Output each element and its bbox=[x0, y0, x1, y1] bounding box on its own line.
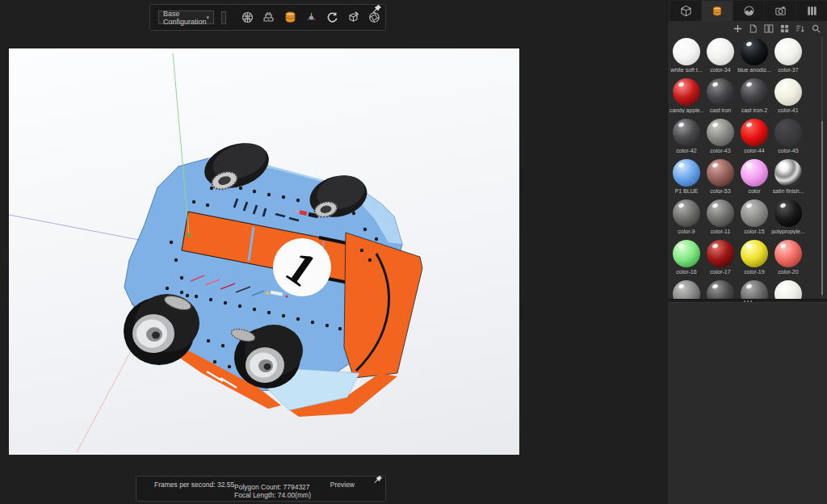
appearance-swatch[interactable]: color-41 bbox=[771, 76, 805, 116]
appearance-swatch[interactable]: color bbox=[737, 157, 771, 197]
menu-icon[interactable] bbox=[221, 11, 226, 24]
swatch-label: white soft t... bbox=[670, 67, 702, 73]
configuration-dropdown[interactable]: Base Configuration ▾ bbox=[158, 10, 214, 24]
swatch-label: P1 BLUE bbox=[675, 188, 699, 194]
swatch-label: candy apple... bbox=[670, 107, 703, 113]
split-view-icon[interactable] bbox=[764, 24, 774, 33]
appearance-swatch[interactable]: color-15 bbox=[737, 197, 771, 237]
library-tab-bar bbox=[668, 0, 827, 21]
appearance-swatch[interactable]: white soft t... bbox=[670, 36, 703, 76]
appearance-swatch[interactable]: color-43 bbox=[703, 116, 737, 157]
material-sphere bbox=[673, 240, 700, 267]
swatch-label: color-20 bbox=[778, 269, 798, 275]
turntable-barrel-icon[interactable] bbox=[283, 10, 297, 25]
barrel-icon bbox=[711, 5, 724, 18]
chevron-down-icon: ▾ bbox=[207, 15, 210, 21]
appearance-swatch[interactable]: color-19 bbox=[737, 237, 771, 278]
swatch-label: color-42 bbox=[676, 148, 696, 153]
appearance-swatch[interactable]: color-9 bbox=[670, 197, 703, 237]
appearance-swatch[interactable] bbox=[703, 278, 737, 299]
swatch-label: color-34 bbox=[710, 67, 730, 73]
appearance-swatch[interactable]: cast iron-2 bbox=[737, 76, 771, 116]
material-sphere bbox=[673, 38, 700, 65]
appearance-swatch[interactable] bbox=[670, 278, 703, 299]
appearance-swatch[interactable]: color-37 bbox=[771, 36, 805, 76]
polygon-count: Polygon Count: 7794327 bbox=[234, 483, 311, 491]
appearance-swatch[interactable]: color-16 bbox=[670, 237, 703, 278]
appearance-swatch[interactable]: cast iron bbox=[703, 76, 737, 116]
material-sphere bbox=[673, 119, 700, 146]
swatch-label: cast iron bbox=[710, 107, 731, 113]
library-scrollbar-thumb[interactable] bbox=[821, 121, 823, 295]
gizmo-icon[interactable] bbox=[304, 10, 318, 25]
swatch-label: color-9 bbox=[678, 229, 695, 234]
appearances-tab[interactable] bbox=[702, 1, 733, 21]
appearance-swatch[interactable]: polypropyle... bbox=[771, 197, 805, 237]
material-sphere bbox=[673, 280, 700, 299]
appearance-swatch[interactable]: candy apple... bbox=[670, 76, 703, 116]
environment-sphere-icon bbox=[743, 5, 755, 17]
swatch-label: color-15 bbox=[744, 229, 764, 234]
library-toolbar bbox=[668, 21, 827, 36]
pin-icon[interactable] bbox=[374, 475, 383, 485]
material-sphere bbox=[673, 200, 700, 227]
material-sphere bbox=[741, 280, 768, 299]
camera-icon bbox=[775, 5, 787, 17]
denoiser-brain-icon[interactable] bbox=[241, 10, 254, 25]
appearance-swatch[interactable]: color-42 bbox=[670, 116, 703, 157]
sort-icon[interactable] bbox=[796, 24, 805, 33]
material-sphere bbox=[707, 38, 734, 65]
material-sphere bbox=[775, 280, 802, 299]
pin-icon[interactable] bbox=[372, 2, 382, 17]
appearance-swatch[interactable]: P1 BLUE bbox=[670, 157, 703, 197]
material-sphere bbox=[741, 38, 768, 65]
swatch-label: color-41 bbox=[778, 107, 798, 113]
appearance-swatch[interactable]: color-45 bbox=[771, 116, 805, 157]
appearance-swatch[interactable] bbox=[771, 278, 805, 299]
models-tab[interactable] bbox=[670, 1, 701, 21]
fps-readout: Frames per second: 32.55 bbox=[154, 481, 234, 489]
swatch-label: color-37 bbox=[778, 67, 798, 73]
edit-cube-icon[interactable] bbox=[346, 10, 360, 25]
rotate-refresh-icon[interactable] bbox=[325, 10, 339, 25]
environments-tab[interactable] bbox=[733, 1, 764, 21]
cube-icon bbox=[680, 5, 692, 17]
swatch-label: blue anodiz... bbox=[737, 67, 771, 73]
appearance-swatch[interactable]: color-34 bbox=[703, 36, 737, 76]
search-icon[interactable] bbox=[812, 24, 821, 33]
panel-splitter[interactable] bbox=[668, 299, 827, 303]
material-sphere bbox=[707, 280, 734, 299]
appearance-swatch[interactable]: blue anodiz... bbox=[737, 36, 771, 76]
configuration-label: Base Configuration bbox=[163, 10, 207, 26]
add-icon[interactable] bbox=[733, 24, 742, 33]
appearance-swatch[interactable]: color-20 bbox=[771, 237, 805, 278]
material-sphere bbox=[775, 240, 802, 267]
appearance-swatch[interactable]: satin finish... bbox=[771, 157, 805, 197]
appearance-swatch[interactable]: color-17 bbox=[703, 237, 737, 278]
library-panel: white soft t... color-34 blue anodiz... … bbox=[667, 0, 827, 504]
material-sphere bbox=[775, 78, 802, 106]
appearance-swatch[interactable]: color-11 bbox=[703, 197, 737, 237]
appearance-swatch[interactable]: color-53 bbox=[703, 157, 737, 197]
appearance-library-grid: white soft t... color-34 blue anodiz... … bbox=[668, 36, 823, 299]
swatch-label: color-16 bbox=[676, 269, 696, 275]
appearance-swatch[interactable]: color-44 bbox=[737, 116, 771, 157]
material-sphere bbox=[707, 200, 734, 227]
cameras-tab[interactable] bbox=[765, 1, 796, 21]
material-sphere bbox=[741, 119, 768, 146]
view-toolbar: Base Configuration ▾ bbox=[149, 4, 386, 31]
panels-icon bbox=[806, 5, 818, 17]
grid-view-icon[interactable] bbox=[780, 24, 789, 33]
render-viewport[interactable]: 1 bbox=[9, 48, 519, 455]
splitter-handle-dots bbox=[744, 300, 752, 302]
robot-model-scene: 1 bbox=[9, 48, 519, 455]
appearance-swatch[interactable] bbox=[737, 278, 771, 299]
material-sphere bbox=[673, 159, 700, 187]
material-sphere bbox=[775, 200, 802, 227]
swatch-label: polypropyle... bbox=[771, 229, 805, 234]
material-sphere bbox=[741, 240, 768, 267]
import-file-icon[interactable] bbox=[749, 24, 758, 33]
palettes-tab[interactable] bbox=[796, 1, 827, 21]
material-sphere bbox=[741, 200, 768, 227]
print-icon[interactable] bbox=[262, 10, 275, 25]
